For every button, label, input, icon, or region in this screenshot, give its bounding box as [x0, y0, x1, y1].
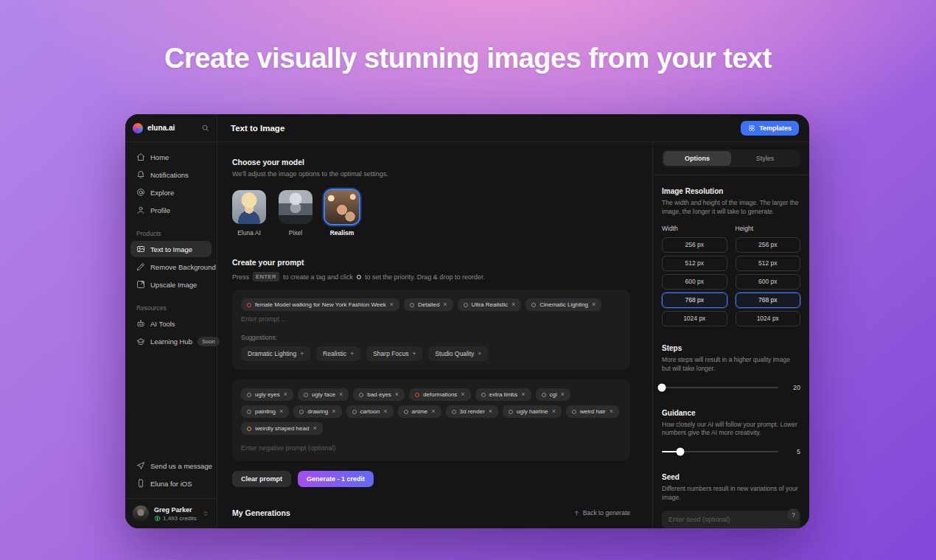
priority-ring-icon[interactable]: [572, 410, 576, 414]
sidebar-item-explore[interactable]: Explore: [130, 184, 212, 200]
height-option-600-px[interactable]: 600 px: [736, 274, 801, 290]
help-button[interactable]: ?: [787, 508, 800, 521]
tag-3d-render[interactable]: 3d render×: [446, 405, 499, 418]
remove-tag-icon[interactable]: ×: [552, 408, 556, 415]
remove-tag-icon[interactable]: ×: [339, 391, 343, 398]
height-option-512-px[interactable]: 512 px: [736, 256, 801, 271]
prompt-input[interactable]: [241, 315, 621, 323]
clear-prompt-button[interactable]: Clear prompt: [232, 471, 291, 487]
tag-cgi[interactable]: cgi×: [536, 388, 571, 401]
negative-prompt-input[interactable]: [241, 444, 621, 452]
tag-weirdly-shaped-head[interactable]: weirdly shaped head×: [241, 422, 323, 435]
suggestion-chip-dramatic-lighting[interactable]: Dramatic Lighting+: [241, 346, 310, 361]
priority-ring-icon[interactable]: [247, 427, 251, 431]
tag-bad-eyes[interactable]: bad eyes×: [353, 388, 405, 401]
sidebar-item-notifications[interactable]: Notifications: [130, 167, 212, 183]
remove-tag-icon[interactable]: ×: [395, 391, 399, 398]
tag-ugly-eyes[interactable]: ugly eyes×: [241, 388, 293, 401]
priority-ring-icon[interactable]: [464, 303, 468, 307]
model-card-pixel[interactable]: Pixel: [279, 190, 312, 237]
remove-tag-icon[interactable]: ×: [383, 408, 387, 415]
priority-ring-icon[interactable]: [247, 303, 251, 307]
generate-button[interactable]: Generate - 1 credit: [298, 471, 374, 487]
model-card-realism[interactable]: Realism: [325, 190, 359, 237]
height-option-1024-px[interactable]: 1024 px: [736, 311, 801, 326]
sidebar-item-send-us-a-message[interactable]: Send us a message: [130, 458, 212, 474]
tag-ugly-hairline[interactable]: ugly hairline×: [503, 405, 562, 418]
priority-ring-icon[interactable]: [410, 303, 414, 307]
remove-tag-icon[interactable]: ×: [332, 408, 335, 415]
tag-anime[interactable]: anime×: [398, 405, 441, 418]
templates-button[interactable]: Templates: [741, 121, 799, 136]
remove-tag-icon[interactable]: ×: [610, 408, 613, 415]
height-option-768-px[interactable]: 768 px: [736, 293, 801, 308]
priority-ring-icon[interactable]: [359, 393, 363, 397]
remove-tag-icon[interactable]: ×: [521, 391, 525, 398]
width-option-768-px[interactable]: 768 px: [662, 293, 727, 308]
remove-tag-icon[interactable]: ×: [284, 391, 287, 398]
suggestion-chip-realistic[interactable]: Realistic+: [316, 346, 360, 361]
tag-ultra-realistic[interactable]: Ultra Realistic×: [458, 298, 522, 311]
guidance-slider-thumb[interactable]: [677, 448, 685, 456]
remove-tag-icon[interactable]: ×: [489, 408, 492, 415]
remove-tag-icon[interactable]: ×: [511, 301, 515, 308]
remove-tag-icon[interactable]: ×: [561, 391, 565, 398]
search-icon[interactable]: [201, 124, 209, 132]
tag-extra-limbs[interactable]: extra limbs×: [475, 388, 531, 401]
sidebar-item-remove-background[interactable]: Remove Background: [130, 259, 212, 275]
priority-ring-icon[interactable]: [304, 393, 308, 397]
sidebar-item-upscale-image[interactable]: Upscale Image: [130, 276, 212, 293]
tag-deformations[interactable]: deformations×: [409, 388, 471, 401]
priority-ring-icon[interactable]: [247, 410, 251, 414]
remove-tag-icon[interactable]: ×: [443, 301, 447, 308]
remove-tag-icon[interactable]: ×: [592, 301, 596, 308]
priority-ring-icon[interactable]: [452, 410, 456, 414]
model-card-eluna-ai[interactable]: Eluna AI: [232, 190, 266, 237]
tab-styles[interactable]: Styles: [731, 151, 799, 166]
add-icon: +: [478, 350, 481, 357]
steps-slider[interactable]: [662, 387, 778, 388]
sidebar-item-eluna-for-ios[interactable]: Eluna for iOS: [130, 475, 212, 491]
width-option-512-px[interactable]: 512 px: [662, 256, 727, 271]
remove-tag-icon[interactable]: ×: [279, 408, 283, 415]
priority-ring-icon[interactable]: [247, 393, 251, 397]
user-menu[interactable]: Greg Parker 1,493 credits: [125, 498, 217, 528]
height-option-256-px[interactable]: 256 px: [736, 237, 801, 253]
tag-cartoon[interactable]: cartoon×: [346, 405, 394, 418]
steps-slider-thumb[interactable]: [658, 383, 666, 391]
remove-tag-icon[interactable]: ×: [390, 301, 394, 308]
width-option-256-px[interactable]: 256 px: [662, 237, 727, 253]
guidance-slider[interactable]: [662, 451, 778, 452]
tag-painting[interactable]: painting×: [241, 405, 289, 418]
sidebar-item-learning-hub[interactable]: Learning HubSoon: [130, 333, 212, 350]
remove-tag-icon[interactable]: ×: [312, 425, 316, 432]
sidebar-item-home[interactable]: Home: [130, 149, 212, 165]
sidebar-item-ai-tools[interactable]: AI Tools: [130, 315, 212, 332]
width-option-1024-px[interactable]: 1024 px: [662, 311, 727, 326]
suggestion-chip-studio-quality[interactable]: Studio Quality+: [428, 346, 488, 361]
tag-weird-hair[interactable]: weird hair×: [566, 405, 619, 418]
seed-input[interactable]: [662, 511, 800, 528]
priority-ring-icon[interactable]: [299, 410, 304, 414]
tab-options[interactable]: Options: [663, 151, 731, 166]
back-to-generate-link[interactable]: Back to generate: [573, 509, 630, 517]
priority-ring-icon[interactable]: [531, 303, 536, 307]
suggestion-chip-sharp-focus[interactable]: Sharp Focus+: [366, 346, 422, 361]
tag-drawing[interactable]: drawing×: [293, 405, 341, 418]
priority-ring-icon[interactable]: [509, 410, 513, 414]
remove-tag-icon[interactable]: ×: [461, 391, 464, 398]
priority-ring-icon[interactable]: [542, 393, 546, 397]
tag-female-model-walking-for-new-york-fashion-week[interactable]: female Model walking for New York Fashio…: [241, 298, 399, 311]
tag-detailed[interactable]: Detailed×: [404, 298, 453, 311]
tag-ugly-face[interactable]: ugly face×: [298, 388, 349, 401]
priority-ring-icon[interactable]: [352, 410, 357, 414]
priority-ring-icon[interactable]: [415, 393, 419, 397]
main-content: Choose your model We'll adjust the image…: [217, 142, 652, 528]
sidebar-item-profile[interactable]: Profile: [130, 202, 212, 218]
tag-cinematic-lighting[interactable]: Cinematic Lighting×: [525, 298, 601, 311]
priority-ring-icon[interactable]: [481, 393, 486, 397]
sidebar-item-text-to-image[interactable]: Text to Image: [130, 241, 212, 257]
priority-ring-icon[interactable]: [404, 410, 408, 414]
remove-tag-icon[interactable]: ×: [431, 408, 435, 415]
width-option-600-px[interactable]: 600 px: [662, 274, 727, 290]
